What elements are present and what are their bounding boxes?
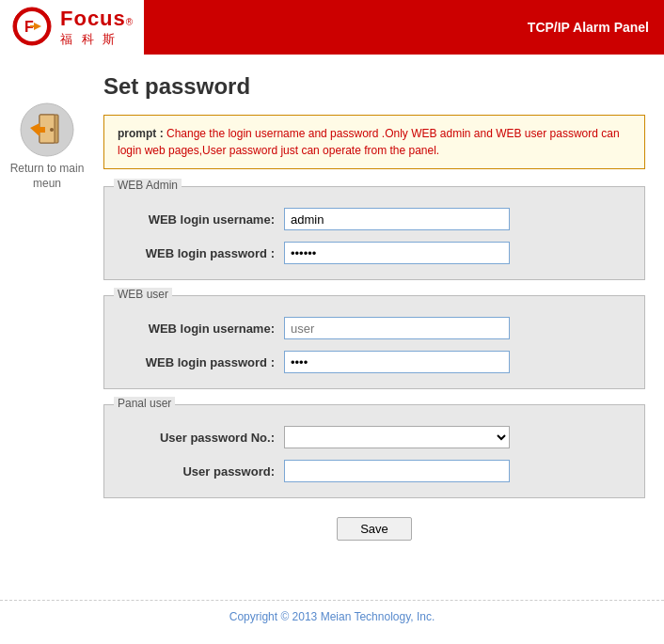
admin-password-label: WEB login password : (119, 246, 284, 260)
web-admin-legend: WEB Admin (114, 179, 182, 192)
header: F Focus ® 福 科 斯 TCP/IP Alarm Panel (0, 0, 664, 55)
content-area: Set password prompt : Change the login u… (94, 73, 664, 581)
prompt-text: Change the login username and password .… (118, 127, 620, 157)
sidebar: Return to main meun (0, 73, 94, 581)
user-username-row: WEB login username: (119, 317, 629, 339)
panel-no-select[interactable] (284, 426, 510, 448)
web-user-legend: WEB user (114, 288, 172, 301)
panel-password-row: User password: (119, 460, 629, 482)
footer: Copyright © 2013 Meian Technology, Inc. (0, 600, 664, 633)
return-home-icon[interactable] (19, 102, 75, 158)
page-title: Set password (103, 73, 645, 100)
save-button[interactable]: Save (337, 517, 412, 541)
admin-username-row: WEB login username: (119, 208, 629, 230)
header-title: TCP/IP Alarm Panel (528, 20, 664, 35)
copyright-text: Copyright © 2013 Meian Technology, Inc. (229, 610, 435, 623)
admin-password-row: WEB login password : (119, 242, 629, 264)
logo-cn: 福 科 斯 (60, 31, 133, 48)
prompt-box: prompt : Change the login username and p… (103, 115, 645, 169)
main-container: Return to main meun Set password prompt … (0, 55, 664, 600)
panel-password-input[interactable] (284, 460, 510, 482)
user-username-label: WEB login username: (119, 322, 284, 336)
panel-user-section: Panal user User password No.: User passw… (103, 404, 645, 498)
web-admin-section: WEB Admin WEB login username: WEB login … (103, 186, 645, 280)
save-area: Save (103, 517, 645, 541)
panel-no-row: User password No.: (119, 426, 629, 448)
web-user-section: WEB user WEB login username: WEB login p… (103, 295, 645, 389)
prompt-label: prompt : (118, 127, 164, 140)
logo-area: F Focus ® 福 科 斯 (0, 0, 144, 55)
logo-text: Focus ® 福 科 斯 (60, 7, 133, 48)
logo-en: Focus (60, 7, 126, 31)
return-main-label: Return to main meun (10, 162, 85, 191)
logo-registered: ® (126, 17, 133, 27)
admin-password-input[interactable] (284, 242, 510, 264)
panel-password-label: User password: (119, 464, 284, 479)
user-password-row: WEB login password : (119, 351, 629, 373)
panel-no-label: User password No.: (119, 431, 284, 445)
door-icon (19, 102, 75, 158)
logo-icon: F (11, 6, 53, 47)
svg-point-7 (50, 128, 54, 132)
admin-username-input[interactable] (284, 208, 510, 230)
user-username-input[interactable] (284, 317, 510, 339)
user-password-input[interactable] (284, 351, 510, 373)
admin-username-label: WEB login username: (119, 212, 284, 227)
panel-user-legend: Panal user (114, 397, 175, 410)
user-password-label: WEB login password : (119, 355, 284, 369)
